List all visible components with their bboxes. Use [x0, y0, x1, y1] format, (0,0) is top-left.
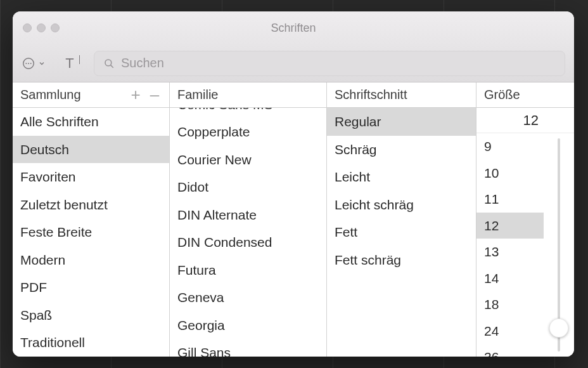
- column-size-header: Größe: [476, 82, 574, 108]
- column-collection: Sammlung + – Alle SchriftenDeutschFavori…: [13, 82, 170, 357]
- column-typeface: Schriftschnitt RegularSchrägLeichtLeicht…: [327, 82, 476, 357]
- typeface-item[interactable]: Schräg: [327, 136, 476, 164]
- collection-item[interactable]: Web: [13, 357, 169, 357]
- family-item[interactable]: Gill Sans: [170, 339, 326, 357]
- size-item[interactable]: 13: [476, 239, 544, 265]
- family-item[interactable]: DIN Alternate: [170, 201, 326, 229]
- family-item[interactable]: Copperplate: [170, 118, 326, 146]
- collection-item[interactable]: Traditionell: [13, 329, 169, 357]
- search-field[interactable]: Suchen: [94, 51, 565, 76]
- typeface-list: RegularSchrägLeichtLeicht schrägFettFett…: [327, 108, 476, 357]
- family-item[interactable]: Georgia: [170, 312, 326, 339]
- collection-item[interactable]: Spaß: [13, 301, 169, 329]
- actions-menu-button[interactable]: [22, 52, 46, 75]
- columns-area: Sammlung + – Alle SchriftenDeutschFavori…: [13, 82, 574, 357]
- titlebar: Schriften: [13, 11, 574, 44]
- size-item[interactable]: 11: [476, 186, 544, 213]
- size-item[interactable]: 12: [476, 213, 544, 239]
- size-item[interactable]: 10: [476, 160, 544, 187]
- family-item[interactable]: Geneva: [170, 284, 326, 312]
- column-typeface-header: Schriftschnitt: [327, 82, 476, 108]
- column-family: Familie Comic Sans MSCopperplateCourier …: [170, 82, 327, 357]
- collection-item[interactable]: Favoriten: [13, 163, 169, 191]
- svg-point-4: [105, 60, 112, 66]
- size-item[interactable]: 18: [476, 291, 544, 318]
- slider-knob[interactable]: [549, 319, 568, 338]
- column-size-title: Größe: [484, 88, 520, 102]
- typeface-item[interactable]: Leicht schräg: [327, 191, 476, 219]
- typeface-item[interactable]: Fett schräg: [327, 246, 476, 274]
- collection-item[interactable]: Feste Breite: [13, 218, 169, 246]
- collection-item[interactable]: Deutsch: [13, 136, 169, 164]
- family-item[interactable]: Futura: [170, 256, 326, 284]
- column-family-header: Familie: [170, 82, 326, 108]
- size-input[interactable]: 12: [523, 112, 539, 129]
- svg-point-3: [30, 63, 32, 64]
- typeface-item[interactable]: Fett: [327, 218, 476, 246]
- size-item[interactable]: 14: [476, 265, 544, 292]
- family-item[interactable]: Courier New: [170, 146, 326, 174]
- column-collection-header: Sammlung + –: [13, 82, 169, 108]
- letter-t-icon: T: [65, 56, 74, 70]
- column-collection-title: Sammlung: [20, 88, 81, 102]
- size-item[interactable]: 9: [476, 133, 544, 160]
- fonts-window: Schriften T Suchen: [13, 11, 574, 357]
- size-item[interactable]: 24: [476, 318, 544, 345]
- preview-toggle-button[interactable]: T: [57, 52, 82, 75]
- typeface-item[interactable]: Regular: [327, 108, 476, 136]
- zoom-window-button[interactable]: [51, 23, 60, 32]
- svg-point-1: [25, 63, 27, 64]
- column-typeface-title: Schriftschnitt: [335, 88, 407, 102]
- close-window-button[interactable]: [23, 23, 32, 32]
- size-list: 91011121314182436: [476, 133, 544, 357]
- svg-line-5: [110, 65, 113, 67]
- ellipsis-circle-icon: [22, 56, 35, 70]
- column-family-title: Familie: [177, 88, 218, 102]
- family-item[interactable]: Comic Sans MS: [170, 108, 326, 118]
- collection-item[interactable]: Modern: [13, 246, 169, 274]
- search-icon: [103, 58, 115, 69]
- collection-item[interactable]: Zuletzt benutzt: [13, 191, 169, 219]
- toolbar: T Suchen: [13, 44, 574, 82]
- column-size: Größe 12 91011121314182436: [476, 82, 574, 357]
- minimize-window-button[interactable]: [37, 23, 46, 32]
- size-item[interactable]: 36: [476, 344, 544, 357]
- family-item[interactable]: Didot: [170, 173, 326, 201]
- svg-point-2: [28, 63, 29, 64]
- collection-list: Alle SchriftenDeutschFavoritenZuletzt be…: [13, 108, 169, 357]
- search-placeholder: Suchen: [121, 56, 164, 70]
- add-collection-button[interactable]: +: [129, 85, 143, 105]
- family-item[interactable]: DIN Condensed: [170, 228, 326, 256]
- size-slider[interactable]: [544, 133, 574, 357]
- typeface-item[interactable]: Leicht: [327, 163, 476, 191]
- family-list: Comic Sans MSCopperplateCourier NewDidot…: [170, 108, 326, 357]
- collection-item[interactable]: Alle Schriften: [13, 108, 169, 136]
- collection-item[interactable]: PDF: [13, 273, 169, 301]
- remove-collection-button[interactable]: –: [148, 85, 162, 105]
- chevron-down-icon: [38, 60, 46, 67]
- size-input-row: 12: [476, 108, 574, 133]
- window-title: Schriften: [271, 22, 316, 35]
- traffic-lights: [23, 23, 60, 32]
- cursor-icon: [79, 55, 80, 64]
